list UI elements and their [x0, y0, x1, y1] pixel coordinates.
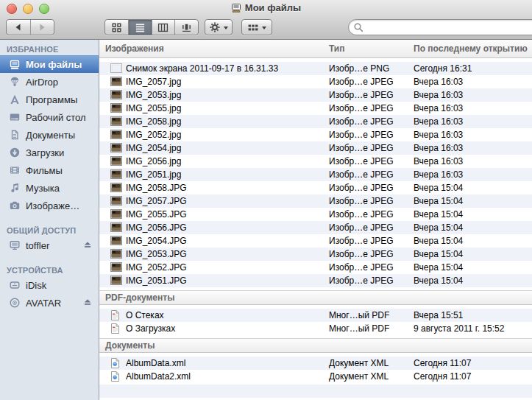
- file-date: Вчера 16:03: [414, 115, 463, 128]
- file-date: Вчера 15:04: [414, 194, 463, 208]
- back-button[interactable]: [7, 20, 30, 35]
- image-file-icon: [110, 103, 122, 113]
- sidebar-item-label: AirDrop: [26, 77, 58, 88]
- column-view-button[interactable]: [152, 20, 175, 35]
- file-name: Снимок экрана 2011-09-17 в 16.31.33: [126, 62, 278, 75]
- search-field: [348, 19, 532, 35]
- search-input[interactable]: [364, 21, 532, 34]
- file-row[interactable]: IMG_2052.JPG Изобр…е JPEG Вчера 15:04: [99, 261, 532, 274]
- file-name: IMG_2051.jpg: [126, 168, 181, 181]
- file-row[interactable]: IMG_2054.jpg Изобр…е JPEG Вчера 16:03: [99, 141, 532, 155]
- eject-button[interactable]: [83, 298, 92, 309]
- my-files-icon: [8, 58, 21, 71]
- chevron-down-icon: [224, 27, 228, 29]
- list-view-button[interactable]: [128, 20, 152, 35]
- sidebar-item-documents[interactable]: Документы: [0, 126, 99, 144]
- image-file-icon: [110, 90, 122, 100]
- file-row[interactable]: IMG_2051.jpg Изобр…е JPEG Вчера 16:03: [99, 168, 532, 181]
- sidebar-item-downloads[interactable]: Загрузки: [0, 144, 99, 161]
- sidebar-item-idisk[interactable]: iDisk: [0, 276, 99, 294]
- sidebar-item-disc[interactable]: AVATAR: [0, 294, 99, 312]
- coverflow-view-button[interactable]: [174, 20, 198, 35]
- file-row[interactable]: IMG_2053.JPG Изобр…е JPEG Вчера 15:04: [99, 248, 532, 261]
- action-menu-button[interactable]: [205, 19, 233, 35]
- image-file-icon: [110, 169, 122, 180]
- eject-button[interactable]: [83, 240, 92, 251]
- file-row[interactable]: Снимок экрана 2011-09-17 в 16.31.33 Изоб…: [99, 62, 532, 75]
- sidebar: ИЗБРАННОЕ Мои файлы AirDrop Программы Ра…: [0, 40, 99, 400]
- file-date: Вчера 15:04: [414, 248, 463, 261]
- file-date: Вчера 16:03: [414, 155, 463, 168]
- sidebar-items: toffler: [0, 236, 99, 254]
- sidebar-item-airdrop[interactable]: AirDrop: [0, 73, 99, 91]
- downloads-icon: [8, 147, 21, 159]
- file-row[interactable]: IMG_2058.JPG Изобр…е JPEG Вчера 15:04: [99, 181, 532, 194]
- file-name: IMG_2054.jpg: [126, 141, 181, 155]
- sidebar-item-pictures[interactable]: Изображе…: [0, 197, 99, 214]
- image-file-icon: [110, 209, 122, 220]
- movies-icon: [8, 164, 21, 177]
- group-title: Документы: [105, 339, 155, 352]
- file-date: Вчера 16:03: [414, 168, 463, 181]
- file-row[interactable]: IMG_2057.jpg Изобр…е JPEG Вчера 16:03: [99, 75, 532, 88]
- file-name: IMG_2053.jpg: [126, 88, 181, 102]
- documents-icon: [8, 129, 21, 141]
- pictures-icon: [8, 200, 21, 212]
- screenshot-file-icon: [110, 63, 122, 74]
- file-row[interactable]: IMG_2055.JPG Изобр…е JPEG Вчера 15:04: [99, 208, 532, 221]
- file-type: Изобр…е JPEG: [329, 234, 394, 248]
- icon-view-button[interactable]: [105, 20, 128, 35]
- magnifier-icon: [353, 22, 364, 33]
- file-row[interactable]: IMG_2053.jpg Изобр…е JPEG Вчера 16:03: [99, 88, 532, 102]
- sidebar-section: ИЗБРАННОЕ Мои файлы AirDrop Программы Ра…: [0, 43, 99, 214]
- file-row[interactable]: IMG_2051.JPG Изобр…е JPEG Вчера 15:04: [99, 274, 532, 287]
- file-row[interactable]: IMG_2058.jpg Изобр…е JPEG Вчера 16:03: [99, 115, 532, 128]
- file-name: IMG_2057.jpg: [126, 75, 181, 88]
- file-type: Изобр…е JPEG: [329, 181, 394, 194]
- file-row[interactable]: IMG_2056.JPG Изобр…е JPEG Вчера 15:04: [99, 221, 532, 234]
- file-date: Вчера 15:04: [414, 221, 463, 234]
- arrange-menu-button[interactable]: [241, 19, 272, 35]
- image-file-icon: [110, 236, 122, 246]
- sidebar-item-movies[interactable]: Фильмы: [0, 161, 99, 179]
- sidebar-item-applications[interactable]: Программы: [0, 91, 99, 108]
- sidebar-item-shared-computer[interactable]: toffler: [0, 236, 99, 254]
- sidebar-item-music[interactable]: Музыка: [0, 179, 99, 197]
- window-chrome: Мои файлы: [0, 0, 532, 40]
- file-row[interactable]: AlbumData.xml Документ XML Сегодня 11:07: [99, 357, 532, 370]
- column-header-date: По последнему открытию: [414, 40, 528, 57]
- group-header: Документы: [99, 338, 532, 353]
- sidebar-item-my-files[interactable]: Мои файлы: [0, 55, 99, 73]
- file-row[interactable]: IMG_2055.jpg Изобр…е JPEG Вчера 16:03: [99, 102, 532, 115]
- disc-icon: [8, 297, 21, 309]
- forward-button[interactable]: [30, 20, 54, 35]
- arrange-grid-icon: [247, 22, 259, 33]
- file-row[interactable]: IMG_2054.JPG Изобр…е JPEG Вчера 15:04: [99, 234, 532, 248]
- file-type: Изобр…е JPEG: [329, 155, 394, 168]
- file-row[interactable]: IMG_2057.JPG Изобр…е JPEG Вчера 15:04: [99, 194, 532, 208]
- file-type: Изобр…е JPEG: [329, 248, 394, 261]
- sidebar-items: Мои файлы AirDrop Программы Рабочий стол…: [0, 55, 99, 214]
- file-date: Вчера 16:03: [414, 75, 463, 88]
- file-row[interactable]: AlbumData2.xml Документ XML Сегодня 11:0…: [99, 370, 532, 383]
- file-row[interactable]: IMG_2056.jpg Изобр…е JPEG Вчера 16:03: [99, 155, 532, 168]
- sidebar-section-title: УСТРОЙСТВА: [0, 264, 99, 276]
- sidebar-section-title: ОБЩИЙ ДОСТУП: [0, 224, 99, 236]
- sidebar-section: ОБЩИЙ ДОСТУП toffler: [0, 224, 99, 254]
- group-title: PDF-документы: [105, 291, 174, 304]
- file-name: IMG_2056.jpg: [126, 155, 181, 168]
- sidebar-item-label: Изображе…: [26, 200, 79, 211]
- my-files-title-icon: [231, 3, 241, 15]
- file-name: IMG_2057.JPG: [126, 194, 187, 208]
- file-date: Сегодня 11:07: [414, 370, 471, 383]
- file-row[interactable]: О Загрузках Мног…ый PDF 9 августа 2011 г…: [99, 322, 532, 335]
- file-row[interactable]: IMG_2052.jpg Изобр…е JPEG Вчера 16:03: [99, 128, 532, 141]
- file-row[interactable]: О Стеках Мног…ый PDF Вчера 15:51: [99, 309, 532, 322]
- applications-icon: [8, 94, 21, 106]
- sidebar-item-desktop[interactable]: Рабочий стол: [0, 108, 99, 126]
- sidebar-item-label: toffler: [26, 240, 49, 251]
- image-file-icon: [110, 276, 122, 286]
- group-header: PDF-документы: [99, 290, 532, 305]
- file-type: Изобр…е PNG: [329, 62, 389, 75]
- file-type: Изобр…е JPEG: [329, 261, 394, 274]
